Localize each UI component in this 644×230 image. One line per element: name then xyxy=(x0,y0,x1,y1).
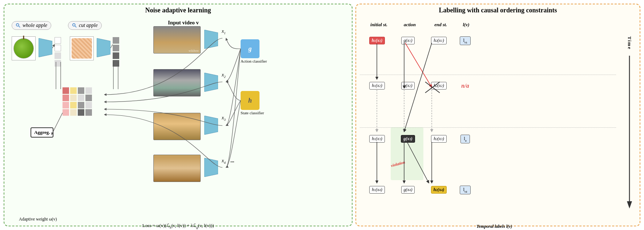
svg-marker-9 xyxy=(204,158,218,177)
frame-label-4: x4 xyxy=(222,158,226,164)
search-icon-1 xyxy=(16,23,21,28)
encoder-v1 xyxy=(204,30,218,49)
search-icon-2 xyxy=(72,23,77,28)
encoder-v2 xyxy=(204,73,218,92)
svg-marker-7 xyxy=(204,73,218,92)
search-pill-1: whole apple xyxy=(12,21,51,30)
search-text-2: cut apple xyxy=(79,23,98,28)
right-panel-title: Labelling with causal ordering constrain… xyxy=(439,7,557,14)
search-text-1: whole apple xyxy=(23,23,47,28)
time-label: Time xyxy=(627,36,632,50)
aggreg-container: Aggreg. xyxy=(31,127,53,138)
cell-h1x2: h1(x2) xyxy=(369,82,385,90)
right-panel: Labelling with causal ordering constrain… xyxy=(355,4,640,226)
video-frame-2 xyxy=(153,69,201,96)
dotted-line-1 xyxy=(360,75,616,75)
cell-h1x4: h1(x4) xyxy=(369,186,385,194)
left-panel-title: Noise adaptive learning xyxy=(145,7,211,14)
encoder-2 xyxy=(97,38,110,57)
row-x4: h1(x4) g(x4) h2(x4) ls₂ xyxy=(363,186,474,194)
loss-formula: Loss = ω(v)(ℒh(v, l(v)) + λℒg(v, l(v))) xyxy=(142,223,214,229)
search-pill-2: cut apple xyxy=(68,21,102,30)
video-frame-1: wikihow xyxy=(153,26,201,53)
frame-label-2: x2 xyxy=(222,72,226,79)
input-video-label: Input video v xyxy=(168,20,199,26)
apple-image xyxy=(12,36,36,60)
feature-row-1 xyxy=(63,87,92,116)
cell-gx2: g(x2) xyxy=(401,82,415,90)
feature-col-1 xyxy=(55,37,61,67)
state-classifier-label: State classifier xyxy=(241,111,264,115)
action-classifier-label: Action classifier xyxy=(241,59,267,63)
time-arrow-container: Time xyxy=(626,36,633,209)
ellipsis: ... xyxy=(230,158,234,164)
frame-label-3: x3 xyxy=(222,115,226,122)
video-frame-4 xyxy=(153,155,201,182)
svg-point-3 xyxy=(73,24,75,26)
column-headers: initial st. action end st. l(v) xyxy=(363,22,476,28)
loss-text: Loss = ω(v)(ℒh(v, l(v)) + λℒg(v, l(v))) xyxy=(142,223,214,228)
classifier-g-label: g xyxy=(249,45,252,53)
encoder-v3 xyxy=(204,116,218,135)
cell-h2x1: h2(x1) xyxy=(431,37,446,44)
violation-text: violation xyxy=(390,160,405,168)
cell-h2x2: h2(x2) xyxy=(431,82,446,90)
cell-h2x4: h2(x4) xyxy=(431,186,447,194)
time-arrow-svg xyxy=(626,52,633,209)
cut-apple-image xyxy=(70,36,94,60)
col-header-lv: l(v) xyxy=(456,22,476,28)
label-na: n/a xyxy=(461,83,469,89)
svg-line-4 xyxy=(75,26,76,27)
row-x1: h1(x1) g(x1) h2(x1) ls₁ xyxy=(363,36,474,45)
row-x3: h1(x3) g(x3) h2(x3) la xyxy=(363,135,474,143)
frame-label-1: x1 xyxy=(222,28,226,35)
encoder-v4 xyxy=(204,158,218,177)
classifier-h: h xyxy=(241,91,259,110)
row-x2: h1(x2) g(x2) h2(x2) n/a xyxy=(363,82,474,90)
col-header-action: action xyxy=(394,22,425,28)
col-header-end: end st. xyxy=(425,22,456,28)
right-panel-arrows xyxy=(360,18,636,230)
feature-col-2 xyxy=(113,37,119,67)
cell-gx4: g(x4) xyxy=(401,186,415,194)
cell-h1x3: h1(x3) xyxy=(369,135,385,143)
cell-h1x1: h1(x1) xyxy=(369,37,385,44)
svg-marker-2 xyxy=(39,38,52,57)
temporal-labels-caption: Temporal labels l(v) xyxy=(476,224,512,229)
col-header-initial: initial st. xyxy=(363,22,394,28)
cell-gx1: g(x1) xyxy=(401,37,415,44)
left-panel: Noise adaptive learning whole apple xyxy=(4,4,353,226)
svg-point-0 xyxy=(16,24,19,26)
aggreg-box: Aggreg. xyxy=(31,127,53,138)
encoder-1 xyxy=(39,38,52,57)
label-ls1: ls₁ xyxy=(460,36,470,45)
svg-marker-18 xyxy=(627,201,632,209)
violation-container: violation xyxy=(391,160,405,167)
svg-line-22 xyxy=(405,43,432,87)
svg-line-1 xyxy=(19,26,20,27)
svg-marker-8 xyxy=(204,116,218,135)
classifier-g: g xyxy=(241,39,259,58)
cell-gx3: g(x3) xyxy=(401,135,415,143)
label-la: la xyxy=(460,135,470,143)
classifier-h-label: h xyxy=(248,97,252,104)
label-ls2: ls₂ xyxy=(460,186,470,194)
adaptive-weight-label: Adaptive weight ω(v) xyxy=(19,217,57,222)
cell-h2x3: h2(x3) xyxy=(431,135,446,143)
svg-marker-5 xyxy=(97,38,110,57)
svg-marker-6 xyxy=(204,30,218,49)
video-frame-3 xyxy=(153,113,201,140)
